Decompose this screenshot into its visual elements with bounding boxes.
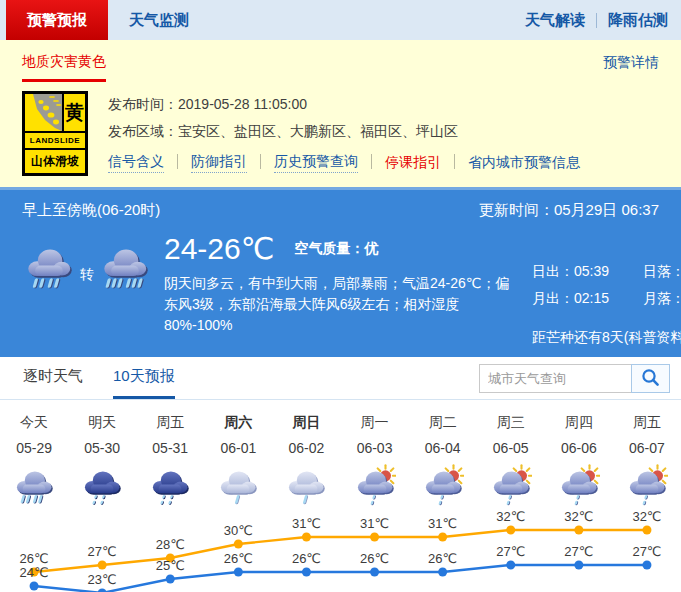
tab-weather-monitoring[interactable]: 天气监测: [108, 0, 210, 40]
light-rain-icon: [285, 463, 327, 507]
solar-term-link[interactable]: 距芒种还有8天(科普资料): [532, 329, 681, 347]
forecast-day-column[interactable]: 今天05-29: [0, 414, 68, 507]
divider: [260, 154, 261, 169]
warning-panel: 地质灾害黄色 预警详情: [0, 40, 681, 187]
top-tab-bar: 预警预报 天气监测 天气解读 降雨估测: [0, 0, 681, 40]
update-time: 更新时间：05月29日 06:37: [479, 201, 659, 220]
sun-shower-icon: [422, 463, 464, 507]
forecast-day-column[interactable]: 周五06-07: [613, 414, 681, 507]
warning-detail-link[interactable]: 预警详情: [603, 54, 659, 82]
weather-page: 预警预报 天气监测 天气解读 降雨估测 地质灾害黄色 预警详情: [0, 0, 681, 592]
sign-level-char: 黄: [64, 94, 85, 131]
chart-point: [30, 582, 39, 591]
chart-point: [438, 533, 447, 542]
chart-label: 31℃: [428, 516, 457, 531]
chart-label: 25℃: [156, 558, 185, 573]
heavy-rain-icon: [98, 240, 152, 292]
warning-link[interactable]: 停课指引: [385, 151, 441, 173]
chart-label: 26℃: [224, 551, 253, 566]
forecast-day-column[interactable]: 周四06-06: [545, 414, 613, 507]
current-weather-icons: 转: [22, 232, 164, 347]
moonset-time: 月落：14:23: [643, 285, 681, 312]
warning-info: 发布时间：2019-05-28 11:05:00 发布区域：宝安区、盐田区、大鹏…: [108, 91, 580, 176]
transition-label: 转: [80, 266, 94, 284]
sign-chinese-label: 山体滑坡: [25, 150, 85, 173]
publish-time-line: 发布时间：2019-05-28 11:05:00: [108, 91, 580, 118]
current-weather-panel: 早上至傍晚(06-20时) 更新时间：05月29日 06:37 转 24-2: [0, 187, 681, 357]
sun-shower-icon: [558, 463, 600, 507]
sunset-time: 日落：19:02: [643, 258, 681, 285]
moonrise-moonset-row: 月出：02:15 月落：14:23: [532, 285, 681, 312]
current-body: 转 24-26℃ 空气质量：优 阴天间多云，有中到大雨，局部暴雨；气温24-26…: [0, 230, 681, 347]
divider: [371, 154, 372, 169]
publish-time-value: 2019-05-28 11:05:00: [178, 96, 307, 112]
link-weather-interpretation[interactable]: 天气解读: [525, 11, 585, 30]
chart-label: 26℃: [20, 551, 49, 566]
search-icon: [641, 368, 660, 390]
topbar-links: 天气解读 降雨估测: [525, 0, 681, 40]
high-temp-line: 26℃27℃28℃30℃31℃31℃31℃32℃32℃32℃: [20, 509, 662, 577]
chart-label: 23℃: [88, 572, 117, 587]
chart-label: 27℃: [564, 544, 593, 559]
search-button[interactable]: [631, 364, 670, 393]
forecast-day-column[interactable]: 明天05-30: [68, 414, 136, 507]
day-date: 06-02: [289, 440, 325, 456]
chart-point: [574, 561, 583, 570]
tab-hourly-weather[interactable]: 逐时天气: [23, 367, 83, 399]
temperature-row: 24-26℃ 空气质量：优: [164, 232, 522, 266]
moonrise-time: 月出：02:15: [532, 285, 609, 312]
warning-link[interactable]: 信号含义: [108, 150, 164, 173]
chart-point: [166, 575, 175, 584]
city-search: [479, 364, 670, 393]
sign-english-label: LANDSLIDE: [25, 133, 85, 148]
sun-shower-icon: [354, 463, 396, 507]
chart-point: [506, 526, 515, 535]
warning-category-tab[interactable]: 地质灾害黄色: [22, 53, 106, 82]
day-date: 06-03: [357, 440, 393, 456]
temperature-range: 24-26℃: [164, 232, 274, 266]
forecast-day-column[interactable]: 周日06-02: [272, 414, 340, 507]
day-date: 05-30: [84, 440, 120, 456]
chart-point: [438, 568, 447, 577]
publish-area-line: 发布区域：宝安区、盐田区、大鹏新区、福田区、坪山区: [108, 118, 580, 145]
landslide-icon: [25, 94, 62, 131]
day-name: 周三: [497, 414, 525, 431]
link-rainfall-estimate[interactable]: 降雨估测: [608, 11, 668, 30]
forecast-day-column[interactable]: 周二06-04: [409, 414, 477, 507]
chart-label: 32℃: [496, 509, 525, 524]
current-weather-summary: 24-26℃ 空气质量：优 阴天间多云，有中到大雨，局部暴雨；气温24-26℃；…: [164, 232, 532, 347]
day-date: 06-07: [629, 440, 665, 456]
day-name: 今天: [20, 414, 48, 431]
forecast-day-column[interactable]: 周一06-03: [340, 414, 408, 507]
forecast-day-column[interactable]: 周六06-01: [204, 414, 272, 507]
day-name: 周六: [224, 414, 252, 431]
chart-point: [370, 568, 379, 577]
temperature-chart: 26℃27℃28℃30℃31℃31℃31℃32℃32℃32℃24℃23℃25℃2…: [0, 507, 681, 592]
day-date: 05-31: [152, 440, 188, 456]
search-input[interactable]: [479, 364, 631, 393]
day-name: 周五: [633, 414, 661, 431]
chart-label: 30℃: [224, 523, 253, 538]
chart-label: 31℃: [292, 516, 321, 531]
sunrise-time: 日出：05:39: [532, 258, 609, 285]
chart-point: [98, 589, 107, 592]
warning-link[interactable]: 历史预警查询: [274, 150, 358, 173]
publish-time-label: 发布时间：: [108, 96, 178, 112]
air-quality: 空气质量：优: [294, 240, 378, 258]
divider: [177, 154, 178, 169]
forecast-period-label: 早上至傍晚(06-20时): [22, 201, 160, 220]
forecast-day-column[interactable]: 周三06-05: [477, 414, 545, 507]
moderate-rain-icon: [22, 240, 76, 292]
forecast-day-column[interactable]: 周五05-31: [136, 414, 204, 507]
chart-label: 32℃: [632, 509, 661, 524]
day-name: 周日: [292, 414, 320, 431]
chart-point: [642, 526, 651, 535]
chart-label: 26℃: [360, 551, 389, 566]
sunrise-sunset-row: 日出：05:39 日落：19:02: [532, 258, 681, 285]
tab-ten-day-forecast[interactable]: 10天预报: [113, 367, 175, 399]
light-rain-icon: [217, 463, 259, 507]
warning-link[interactable]: 省内城市预警信息: [468, 151, 580, 173]
tab-warning-forecast[interactable]: 预警预报: [6, 0, 108, 40]
chart-point: [642, 561, 651, 570]
warning-link[interactable]: 防御指引: [191, 150, 247, 173]
